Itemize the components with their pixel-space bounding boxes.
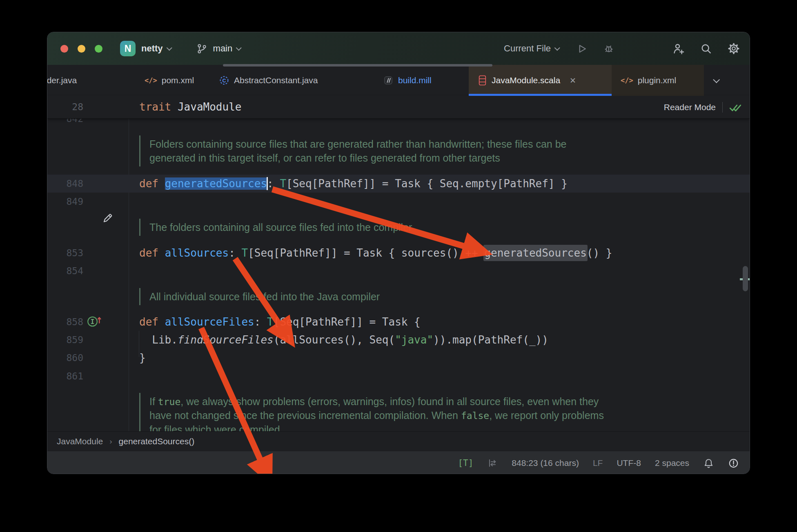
notifications-bell-icon[interactable]	[703, 458, 714, 469]
chevron-down-icon	[554, 45, 560, 51]
breadcrumb-parent[interactable]: JavaModule	[57, 437, 103, 446]
usage-highlight: generatedSources	[483, 245, 587, 261]
sticky-line-number: 28	[47, 96, 83, 118]
divider	[722, 102, 723, 113]
tab-abstractconstant-java[interactable]: C AbstractConstant.java	[219, 65, 318, 96]
chevron-down-icon	[236, 45, 242, 51]
code-line-848: 848 def generatedSources: T[Seq[PathRef]…	[47, 175, 750, 193]
doc-comment-line: for files which were compiled	[149, 423, 725, 431]
scala-file-icon	[478, 75, 487, 86]
sticky-declaration-line[interactable]: 28 trait JavaModule Reader Mode	[47, 96, 750, 119]
tab-plugin-xml[interactable]: </> plugin.xml	[612, 65, 704, 96]
code-line: 861	[47, 367, 750, 385]
chevron-down-icon	[166, 45, 172, 51]
xml-file-icon: </>	[145, 76, 157, 84]
doc-comment-bar	[139, 219, 140, 236]
code-editor[interactable]: 842 Folders containing source files that…	[47, 118, 750, 431]
column-selection-badge[interactable]: [T]	[458, 458, 473, 468]
code-line-858: 858 def allSourceFiles: T[Seq[PathRef]] …	[47, 313, 750, 331]
status-bar: [T] 848:23 (16 chars) LF UTF-8 2 spaces	[47, 451, 750, 474]
doc-comment-line: If true, we always show problems (errors…	[149, 395, 725, 408]
expand-tabs-icon[interactable]	[713, 76, 720, 83]
search-icon[interactable]	[700, 43, 712, 55]
run-button[interactable]	[576, 43, 588, 54]
doc-comment-line: have not changed since the previous incr…	[149, 408, 725, 422]
indent-setting[interactable]: 2 spaces	[655, 458, 689, 468]
breadcrumb-separator: ›	[109, 437, 112, 446]
tab-label: build.mill	[398, 75, 432, 85]
branch-name: main	[213, 43, 233, 54]
code-line-860: 860 }	[47, 349, 750, 367]
selected-identifier: generatedSources	[165, 177, 267, 190]
window-controls	[60, 45, 102, 53]
doc-comment-bar	[139, 288, 140, 305]
line-number: 853	[47, 244, 83, 262]
line-number: 861	[47, 367, 83, 385]
text-caret	[267, 177, 268, 190]
line-number: 842	[47, 118, 83, 128]
doc-comment-bar	[139, 393, 140, 431]
run-configuration[interactable]: Current File	[504, 43, 551, 54]
tab-label: lder.java	[47, 75, 77, 85]
edit-pencil-icon[interactable]	[101, 211, 114, 224]
project-icon[interactable]: N	[120, 41, 136, 56]
line-number: 859	[47, 331, 83, 349]
minimize-window-button[interactable]	[78, 45, 85, 53]
tabs-scrollbar[interactable]	[223, 64, 492, 66]
debug-button[interactable]	[603, 43, 614, 54]
close-window-button[interactable]	[60, 45, 68, 53]
reader-mode-label[interactable]: Reader Mode	[664, 102, 716, 112]
doc-comment-bar	[139, 135, 140, 166]
sync-arrows-icon[interactable]	[487, 458, 498, 468]
settings-gear-icon[interactable]	[728, 42, 740, 55]
code-line-853: 853 def allSources: T[Seq[PathRef]] = Ta…	[47, 244, 750, 262]
code-line-859: 859 Lib.findSourceFiles(allSources(), Se…	[47, 331, 750, 349]
tab-javamodule-scala-active[interactable]: JavaModule.scala ✕	[469, 65, 612, 96]
doc-comment-line: Folders containing source files that are…	[149, 137, 725, 151]
add-user-icon[interactable]	[672, 42, 685, 55]
tab-label: pom.xml	[162, 75, 194, 85]
tab-bar-actions	[710, 65, 732, 96]
breadcrumb-current[interactable]: generatedSources()	[119, 437, 195, 446]
titlebar: N netty main Current File	[47, 32, 750, 65]
line-number: 860	[47, 349, 83, 367]
problems-icon[interactable]	[728, 458, 739, 469]
file-encoding[interactable]: UTF-8	[617, 458, 641, 468]
doc-comment-line: All individual source files fed into the…	[149, 290, 725, 304]
tab-lder-java[interactable]: lder.java	[47, 65, 77, 96]
line-number: 849	[47, 193, 83, 211]
breadcrumb: JavaModule › generatedSources()	[47, 431, 750, 451]
line-separator[interactable]: LF	[593, 458, 603, 468]
svg-text:C: C	[223, 78, 226, 84]
titlebar-actions: Current File	[504, 42, 750, 55]
code-line: 849	[47, 193, 750, 211]
doc-comment-line: The folders containing all source files …	[149, 220, 725, 234]
doc-comment-line: generated in this target itself, or can …	[149, 151, 725, 165]
mill-file-icon	[383, 75, 394, 86]
code-line: 854	[47, 262, 750, 280]
reader-mode-widget: Reader Mode	[664, 96, 741, 118]
tab-label: JavaModule.scala	[492, 75, 560, 85]
double-check-icon[interactable]	[729, 102, 741, 112]
sticky-code: trait JavaModule	[139, 96, 241, 118]
line-number: 854	[47, 262, 83, 280]
line-number: 858	[47, 313, 83, 331]
vcs-widget[interactable]: main	[196, 43, 243, 54]
tab-label: AbstractConstant.java	[234, 75, 318, 85]
tab-label: plugin.xml	[638, 75, 677, 85]
zoom-window-button[interactable]	[95, 45, 102, 53]
tab-build-mill[interactable]: build.mill	[383, 65, 432, 96]
git-branch-icon	[196, 43, 207, 54]
line-number: 848	[47, 175, 83, 193]
java-class-icon: C	[219, 75, 229, 86]
caret-position[interactable]: 848:23 (16 chars)	[512, 458, 579, 468]
project-name[interactable]: netty	[141, 43, 163, 54]
tab-pom-xml[interactable]: </> pom.xml	[145, 65, 194, 96]
xml-file-icon: </>	[621, 76, 633, 84]
ide-window: N netty main Current File	[47, 32, 750, 474]
close-tab-icon[interactable]: ✕	[570, 76, 576, 85]
code-line: 842	[47, 118, 750, 128]
editor-tab-bar: lder.java </> pom.xml C AbstractConstant…	[47, 65, 750, 96]
editor-scrollbar-thumb[interactable]	[743, 266, 748, 291]
